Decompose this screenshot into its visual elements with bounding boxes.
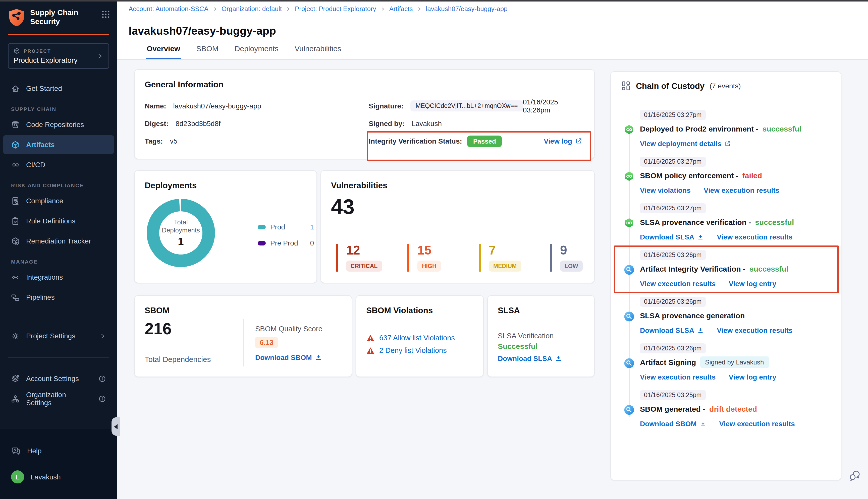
sidebar-item-get-started[interactable]: Get Started: [3, 79, 114, 98]
sidebar-item-help[interactable]: Help: [3, 441, 114, 460]
tab-overview[interactable]: Overview: [146, 39, 181, 59]
download-icon: [700, 421, 706, 427]
view-execution-results-link[interactable]: View execution results: [640, 373, 715, 381]
sidebar-item-remediation-tracker[interactable]: Remediation Tracker: [3, 231, 114, 251]
section-supply-chain: SUPPLY CHAIN: [0, 106, 117, 112]
event-status: failed: [743, 171, 762, 180]
custody-event-artifact-integrity: 01/16/2025 03:26pm Artifact Integrity Ve…: [623, 250, 829, 289]
tab-sbom[interactable]: SBOM: [195, 39, 219, 59]
custody-event-sbom-generated: 01/16/2025 03:25pm SBOM generated - drif…: [623, 390, 829, 429]
sidebar-item-cicd[interactable]: CI/CD: [3, 155, 114, 174]
download-slsa-link[interactable]: Download SLSA: [640, 233, 704, 241]
signature-value: MEQCICde2VjIT...bL+2+mqnOXw==: [410, 100, 523, 111]
sidebar-item-pipelines[interactable]: Pipelines: [3, 288, 114, 307]
download-sbom-link[interactable]: Download SBOM: [640, 420, 706, 428]
sidebar-item-artifacts[interactable]: Artifacts: [3, 135, 114, 154]
view-log-entry-link[interactable]: View log entry: [728, 280, 776, 288]
page-header: Account: Automation-SSCA Organization: d…: [117, 0, 868, 60]
allow-list-violations-link[interactable]: 637 Allow list Violations: [379, 334, 455, 342]
digest-label: Digest:: [145, 120, 169, 127]
sidebar-item-account-settings[interactable]: Account Settings: [3, 369, 114, 388]
view-execution-results-link[interactable]: View execution results: [719, 420, 795, 428]
home-icon: [11, 84, 20, 93]
shield-logo-icon: [8, 8, 25, 28]
org-gear-icon: [11, 394, 20, 403]
tab-deployments[interactable]: Deployments: [233, 39, 279, 59]
breadcrumb: Account: Automation-SSCA Organization: d…: [129, 5, 508, 13]
breadcrumb-artifacts[interactable]: Artifacts: [389, 5, 413, 13]
download-icon: [697, 234, 704, 240]
breadcrumb-separator-icon: [213, 6, 217, 11]
download-icon: [555, 355, 562, 362]
warning-triangle-icon: [366, 334, 375, 342]
view-log-link[interactable]: View log: [544, 137, 582, 145]
donut-center-label: Total Deployments: [158, 218, 203, 235]
sbom-quality-label: SBOM Quality Score: [255, 325, 323, 333]
event-timestamp: 01/16/2025 03:27pm: [640, 110, 706, 120]
sidebar-item-rule-definitions[interactable]: Rule Definitions: [3, 211, 114, 230]
download-slsa-link[interactable]: Download SLSA: [640, 326, 704, 334]
download-sbom-link[interactable]: Download SBOM: [255, 353, 323, 362]
event-status: drift detected: [709, 404, 757, 413]
chevron-right-icon: [96, 52, 104, 60]
general-information-card: General Information Name:lavakush07/easy…: [134, 69, 595, 159]
sidebar-item-integrations[interactable]: Integrations: [3, 268, 114, 287]
user-menu[interactable]: L Lavakush: [3, 467, 114, 486]
section-risk-and-compliance: RISK AND COMPLIANCE: [0, 182, 117, 188]
view-execution-results-link[interactable]: View execution results: [717, 233, 792, 241]
artifact-name: lavakush07/easy-buggy-app: [173, 102, 261, 110]
divider: [8, 319, 109, 319]
avatar: L: [11, 471, 24, 484]
download-slsa-link[interactable]: Download SLSA: [498, 354, 562, 363]
sbom-quality-score: 6.13: [255, 337, 278, 348]
donut-legend: Prod 1 Pre Prod 0: [258, 223, 314, 255]
tab-bar: Overview SBOM Deployments Vulnerabilitie…: [146, 39, 342, 59]
sidebar-collapse-handle[interactable]: [111, 417, 120, 436]
window-edge: [0, 0, 868, 1]
custody-timeline: 01/16/2025 03:27pm Deployed to Prod2 env…: [623, 110, 829, 437]
sidebar-item-project-settings[interactable]: Project Settings: [3, 326, 114, 345]
sidebar-item-code-repositories[interactable]: Code Repositories: [3, 115, 114, 134]
tab-vulnerabilities[interactable]: Vulnerabilities: [293, 39, 342, 59]
breadcrumb-account[interactable]: Account: Automation-SSCA: [129, 5, 208, 13]
deny-list-violations-link[interactable]: 2 Deny list Violations: [379, 346, 447, 354]
chain-of-custody-panel: Chain of Custody (7 events) 01/16/2025 0…: [610, 71, 841, 480]
code-repo-icon: [11, 120, 20, 129]
breadcrumb-separator-icon: [417, 6, 422, 11]
chat-support-icon[interactable]: [849, 470, 861, 482]
pipelines-icon: [11, 293, 20, 302]
legend-item-prod: Prod 1: [258, 223, 314, 231]
custody-event-artifact-signing: 01/16/2025 03:26pm Artifact Signing Sign…: [623, 343, 829, 382]
view-execution-results-link[interactable]: View execution results: [717, 326, 792, 334]
breadcrumb-organization[interactable]: Organization: default: [221, 5, 282, 13]
infinity-icon: [11, 160, 20, 169]
breadcrumb-current[interactable]: lavakush07/easy-buggy-app: [426, 5, 508, 13]
view-log-entry-link[interactable]: View log entry: [728, 373, 776, 381]
sidebar-item-compliance[interactable]: Compliance: [3, 191, 114, 210]
info-icon[interactable]: [98, 375, 106, 382]
collapse-arrow-icon: [114, 424, 118, 429]
sidebar-item-organization-settings[interactable]: Organization Settings: [3, 389, 114, 408]
event-status: successful: [755, 218, 794, 226]
view-violations-link[interactable]: View violations: [640, 186, 691, 194]
card-title: SBOM Violations: [366, 306, 433, 315]
project-name: Product Exploratory: [14, 56, 77, 64]
signed-by-label: Signed by:: [369, 120, 405, 127]
divider: [243, 319, 244, 366]
module-grid-icon[interactable]: [101, 10, 110, 19]
custody-event-slsa-verification: 01/16/2025 03:27pm SLSA provenance verif…: [623, 203, 829, 242]
help-chat-icon: [11, 447, 21, 455]
sbom-violations-card: SBOM Violations 637 Allow list Violation…: [355, 295, 484, 377]
project-eyebrow: PROJECT: [24, 48, 51, 54]
info-icon[interactable]: [98, 395, 106, 402]
event-status: successful: [762, 124, 801, 133]
view-execution-results-link[interactable]: View execution results: [704, 186, 779, 194]
view-deployment-details-link[interactable]: View deployment details: [640, 139, 731, 148]
event-timestamp: 01/16/2025 03:26pm: [640, 297, 706, 307]
signed-by-value: Lavakush: [412, 120, 442, 127]
project-selector[interactable]: PROJECT Product Exploratory: [8, 43, 109, 69]
view-execution-results-link[interactable]: View execution results: [640, 280, 715, 288]
document-search-icon: [11, 196, 20, 205]
severity-high: 15 HIGH: [407, 244, 471, 271]
breadcrumb-project[interactable]: Project: Product Exploratory: [295, 5, 376, 13]
